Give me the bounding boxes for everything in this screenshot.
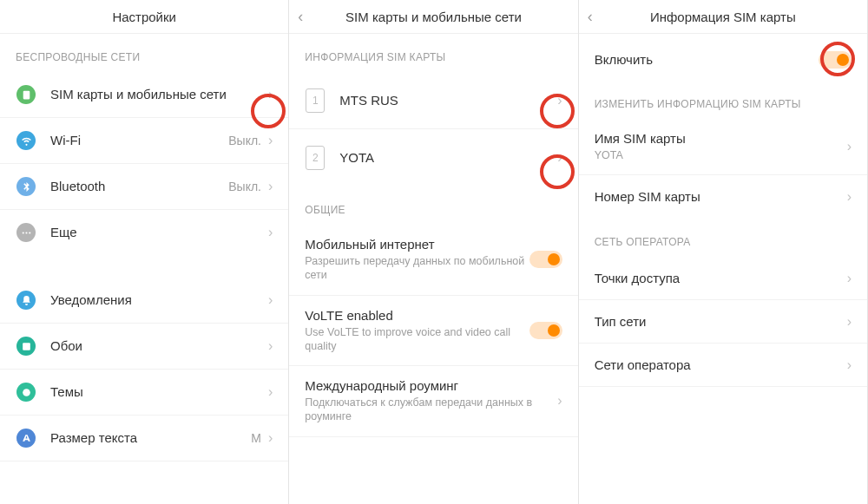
sublabel: Подключаться к службам передачи данных в… — [305, 396, 557, 424]
back-button[interactable]: ‹ — [298, 0, 303, 34]
sublabel: Use VoLTE to improve voice and video cal… — [305, 325, 529, 354]
chevron-right-icon: › — [268, 134, 273, 147]
chevron-right-icon: › — [847, 190, 852, 204]
chevron-right-icon: › — [847, 315, 852, 329]
row-operators[interactable]: Сети оператора › — [579, 344, 867, 387]
label: MTS RUS — [339, 93, 398, 108]
section-wireless: БЕСПРОВОДНЫЕ СЕТИ — [0, 34, 288, 72]
section-general: ОБЩИЕ — [289, 187, 577, 225]
row-sim2[interactable]: 2 YOTA › — [289, 129, 577, 187]
header: ‹ Информация SIM карты — [579, 0, 867, 34]
more-icon — [16, 222, 36, 243]
row-network-type[interactable]: Тип сети › — [579, 300, 867, 344]
row-apn[interactable]: Точки доступа › — [579, 257, 867, 300]
chevron-right-icon: › — [847, 358, 852, 372]
themes-icon — [16, 382, 36, 403]
row-more[interactable]: Еще › — [0, 210, 288, 255]
page-title: SIM карты и мобильные сети — [345, 10, 522, 24]
svg-rect-0 — [23, 90, 30, 99]
svg-point-2 — [25, 232, 27, 233]
status-value: Выкл. — [228, 134, 261, 147]
header: Настройки — [0, 0, 288, 34]
chevron-right-icon: › — [268, 88, 273, 101]
label: Имя SIM карты — [595, 131, 847, 146]
label: Bluetooth — [50, 179, 105, 193]
chevron-right-icon: › — [847, 272, 852, 285]
label: Wi-Fi — [50, 133, 81, 147]
row-sim-cards[interactable]: SIM карты и мобильные сети › — [0, 72, 288, 118]
svg-point-1 — [22, 232, 23, 233]
section-sim-info: ИНФОРМАЦИЯ SIM КАРТЫ — [289, 34, 577, 72]
row-themes[interactable]: Темы › — [0, 370, 288, 416]
label: Номер SIM карты — [595, 189, 700, 204]
chevron-right-icon: › — [268, 385, 273, 399]
label: Мобильный интернет — [305, 237, 529, 252]
section-edit-sim: ИЗМЕНИТЬ ИНФОРМАЦИЮ SIM КАРТЫ — [579, 81, 867, 119]
chevron-right-icon: › — [557, 394, 562, 408]
label: Обои — [50, 338, 82, 353]
status-value: Выкл. — [228, 180, 261, 193]
bluetooth-icon — [16, 176, 36, 197]
row-sim1[interactable]: 1 MTS RUS › — [289, 72, 577, 129]
label: Тип сети — [595, 314, 647, 329]
label: YOTA — [339, 150, 374, 165]
status-value: М — [251, 431, 261, 445]
back-button[interactable]: ‹ — [588, 0, 593, 34]
wallpaper-icon — [16, 336, 36, 357]
chevron-right-icon: › — [557, 94, 562, 108]
sim-networks-panel: ‹ SIM карты и мобильные сети ИНФОРМАЦИЯ … — [289, 0, 578, 504]
chevron-right-icon: › — [557, 151, 562, 165]
row-wallpaper[interactable]: Обои › — [0, 324, 288, 370]
sublabel: Разрешить передачу данных по мобильной с… — [305, 254, 529, 283]
row-notifications[interactable]: Уведомления › — [0, 278, 288, 324]
page-title: Настройки — [112, 10, 176, 24]
sim-info-panel: ‹ Информация SIM карты Включить ИЗМЕНИТЬ… — [579, 0, 868, 504]
toggle-switch[interactable] — [819, 51, 852, 69]
row-sim-number[interactable]: Номер SIM карты › — [579, 175, 867, 219]
chevron-right-icon: › — [268, 293, 273, 307]
section-operator: СЕТЬ ОПЕРАТОРА — [579, 219, 867, 257]
label: Международный роуминг — [305, 378, 557, 393]
chevron-right-icon: › — [268, 226, 273, 239]
label: Уведомления — [50, 292, 132, 307]
svg-point-5 — [23, 389, 30, 396]
row-bluetooth[interactable]: Bluetooth Выкл. › — [0, 164, 288, 210]
chevron-right-icon: › — [268, 339, 273, 353]
sim1-slot-icon: 1 — [305, 90, 326, 111]
toggle-switch[interactable] — [529, 322, 562, 339]
chevron-right-icon: › — [847, 140, 852, 154]
chevron-right-icon: › — [268, 180, 273, 193]
row-wifi[interactable]: Wi-Fi Выкл. › — [0, 118, 288, 164]
text-size-icon — [16, 428, 36, 448]
row-enable[interactable]: Включить — [579, 34, 867, 81]
label: VoLTE enabled — [305, 308, 529, 323]
notifications-icon — [16, 290, 36, 311]
row-mobile-data[interactable]: Мобильный интернет Разрешить передачу да… — [289, 225, 577, 296]
label: Включить — [595, 52, 653, 67]
wifi-icon — [16, 130, 36, 151]
row-roaming[interactable]: Международный роуминг Подключаться к слу… — [289, 366, 577, 437]
toggle-switch[interactable] — [529, 251, 562, 268]
label: Еще — [50, 225, 77, 239]
row-sim-name[interactable]: Имя SIM карты YOTA › — [579, 119, 867, 175]
svg-rect-4 — [23, 343, 30, 350]
row-text-size[interactable]: Размер текста М › — [0, 416, 288, 461]
sublabel: YOTA — [595, 148, 847, 162]
sim2-slot-icon: 2 — [305, 147, 326, 168]
label: Размер текста — [50, 430, 137, 445]
label: SIM карты и мобильные сети — [50, 87, 227, 101]
label: Сети оператора — [595, 357, 691, 372]
label: Точки доступа — [595, 271, 681, 285]
row-volte[interactable]: VoLTE enabled Use VoLTE to improve voice… — [289, 296, 577, 367]
settings-panel: Настройки БЕСПРОВОДНЫЕ СЕТИ SIM карты и … — [0, 0, 289, 504]
svg-point-3 — [29, 232, 30, 233]
chevron-right-icon: › — [268, 431, 273, 445]
sim-icon — [16, 84, 36, 105]
header: ‹ SIM карты и мобильные сети — [289, 0, 577, 34]
label: Темы — [50, 384, 83, 399]
page-title: Информация SIM карты — [650, 10, 796, 24]
